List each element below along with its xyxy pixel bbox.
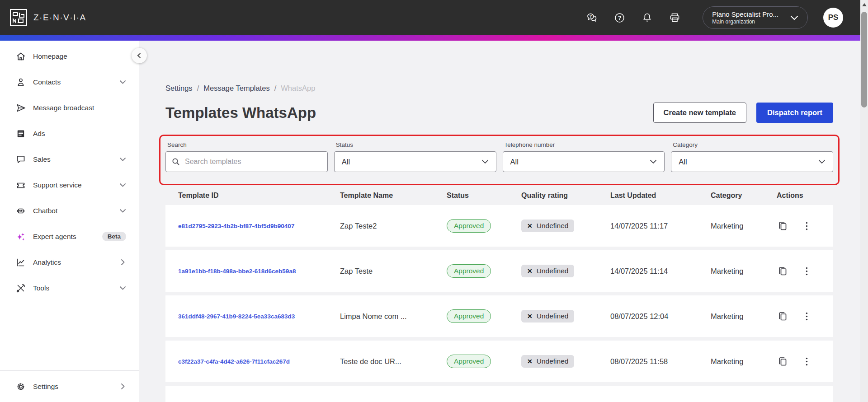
scrollbar-thumb[interactable] — [861, 12, 867, 108]
category-label: Category — [673, 141, 833, 148]
copy-icon[interactable] — [777, 220, 789, 232]
printer-icon[interactable] — [669, 12, 681, 24]
template-id-link[interactable]: e81d2795-2923-4b2b-bf87-4bf5d9b90407 — [178, 223, 340, 229]
table-row: 1a91e1bb-f18b-498a-bbe2-618d6ceb59a8 Zap… — [165, 250, 833, 292]
category: Marketing — [711, 312, 777, 321]
template-name: Zap Teste2 — [340, 222, 447, 230]
sidebar-item-label: Expert agents — [33, 233, 76, 241]
sidebar-item-support-service[interactable]: Support service — [0, 172, 139, 198]
organization-selector[interactable]: Plano Specialist Pro... Main organizatio… — [703, 6, 808, 29]
sidebar-item-settings[interactable]: Settings — [0, 370, 139, 402]
table-header: Template ID Template Name Status Quality… — [165, 185, 833, 205]
sidebar-item-ads[interactable]: Ads — [0, 121, 139, 146]
search-label: Search — [167, 141, 328, 148]
category: Marketing — [711, 357, 777, 366]
chevron-down-icon — [119, 156, 126, 163]
status-badge: Approved — [447, 355, 491, 368]
chevron-right-icon — [119, 259, 126, 266]
scrollbar-up-arrow-icon[interactable] — [862, 3, 867, 6]
copy-icon[interactable] — [777, 355, 789, 368]
template-id-link[interactable]: 361ddf48-2967-41b9-8224-5ea33ca683d3 — [178, 313, 340, 320]
column-header: Template ID — [178, 192, 340, 200]
sidebar-item-label: Ads — [33, 130, 45, 138]
status-badge: Approved — [447, 264, 491, 278]
line-chart-icon — [15, 257, 26, 268]
kebab-menu-icon[interactable] — [801, 220, 813, 232]
status-label: Status — [336, 141, 496, 148]
ticket-icon — [15, 180, 26, 191]
copy-icon[interactable] — [777, 310, 789, 323]
sidebar-item-label: Settings — [33, 383, 58, 391]
table-row: 361ddf48-2967-41b9-8224-5ea33ca683d3 Lim… — [165, 295, 833, 337]
template-id-link[interactable]: 1a91e1bb-f18b-498a-bbe2-618d6ceb59a8 — [178, 268, 340, 275]
telephone-label: Telephone number — [505, 141, 665, 148]
main-content: Settings / Message Templates / WhatsApp … — [139, 41, 868, 402]
brand-gradient-bar — [0, 35, 868, 41]
sidebar-item-label: Support service — [33, 181, 82, 189]
breadcrumb-settings[interactable]: Settings — [165, 84, 193, 93]
x-icon: ✕ — [527, 222, 533, 229]
create-new-template-button[interactable]: Create new template — [653, 103, 746, 123]
sidebar-collapse-button[interactable] — [132, 48, 147, 63]
template-id-link[interactable]: c3f22a37-c4fa-4d42-a626-7f11cfac267d — [178, 358, 340, 365]
filters-annotation-box: Search Status All — [159, 135, 840, 185]
status-select[interactable]: All — [334, 151, 496, 172]
svg-text:?: ? — [590, 14, 592, 18]
sidebar-item-homepage[interactable]: Homepage — [0, 43, 139, 69]
last-updated: 14/07/2025 11:17 — [610, 222, 711, 230]
last-updated: 08/07/2025 11:58 — [610, 357, 711, 366]
chevron-left-icon — [137, 53, 142, 58]
column-header: Last Updated — [610, 192, 711, 200]
x-icon: ✕ — [527, 313, 533, 320]
vertical-scrollbar[interactable] — [860, 0, 868, 402]
gear-icon — [15, 381, 26, 392]
column-header: Template Name — [340, 192, 447, 200]
avatar[interactable]: PS — [823, 8, 843, 28]
filter-telephone: Telephone number All — [503, 141, 665, 172]
contacts-icon — [15, 77, 26, 88]
help-icon[interactable]: ? — [613, 12, 626, 24]
sidebar-item-label: Chatbot — [33, 207, 57, 215]
bell-icon[interactable] — [641, 12, 653, 24]
brand-name: Z·E·N·V·I·A — [33, 13, 86, 23]
quality-badge: ✕ Undefined — [521, 265, 574, 277]
breadcrumb-message-templates[interactable]: Message Templates — [203, 84, 269, 93]
svg-text:?: ? — [618, 15, 621, 21]
table-row: e81d2795-2923-4b2b-bf87-4bf5d9b90407 Zap… — [165, 205, 833, 247]
telephone-select[interactable]: All — [503, 151, 665, 172]
chevron-down-icon — [119, 207, 126, 214]
zenvia-logo-icon — [9, 8, 28, 27]
chevron-down-icon — [790, 15, 798, 20]
kebab-menu-icon[interactable] — [801, 265, 813, 277]
sidebar-item-message-broadcast[interactable]: Message broadcast — [0, 95, 139, 121]
sidebar-item-analytics[interactable]: Analytics — [0, 249, 139, 275]
sidebar: Homepage Contacts Message broadcast — [0, 41, 139, 402]
x-icon: ✕ — [527, 267, 533, 275]
template-name: Zap Teste — [340, 267, 447, 276]
page-title: Templates WhatsApp — [165, 104, 316, 122]
sidebar-item-label: Contacts — [33, 78, 61, 86]
chat-support-icon[interactable]: ? — [586, 12, 598, 24]
sidebar-item-label: Analytics — [33, 258, 61, 266]
sidebar-item-expert-agents[interactable]: Expert agents Beta — [0, 224, 139, 249]
template-name: Limpa Nome com ... — [340, 312, 447, 321]
beta-badge: Beta — [102, 232, 126, 241]
tools-icon — [15, 283, 26, 294]
copy-icon[interactable] — [777, 265, 789, 277]
kebab-menu-icon[interactable] — [801, 355, 813, 368]
status-badge: Approved — [447, 219, 491, 233]
sparkles-icon — [15, 231, 26, 242]
sidebar-item-contacts[interactable]: Contacts — [0, 69, 139, 95]
filter-status: Status All — [334, 141, 496, 172]
sidebar-item-tools[interactable]: Tools — [0, 275, 139, 301]
chevron-down-icon — [119, 79, 126, 85]
search-icon — [172, 158, 180, 166]
search-input[interactable] — [165, 151, 328, 172]
dispatch-report-button[interactable]: Dispatch report — [756, 103, 833, 123]
sidebar-item-chatbot[interactable]: Chatbot — [0, 198, 139, 224]
table-row-partial — [165, 386, 833, 402]
sidebar-item-sales[interactable]: Sales — [0, 146, 139, 172]
kebab-menu-icon[interactable] — [801, 310, 813, 323]
templates-table: Template ID Template Name Status Quality… — [165, 185, 833, 402]
category-select[interactable]: All — [671, 151, 833, 172]
